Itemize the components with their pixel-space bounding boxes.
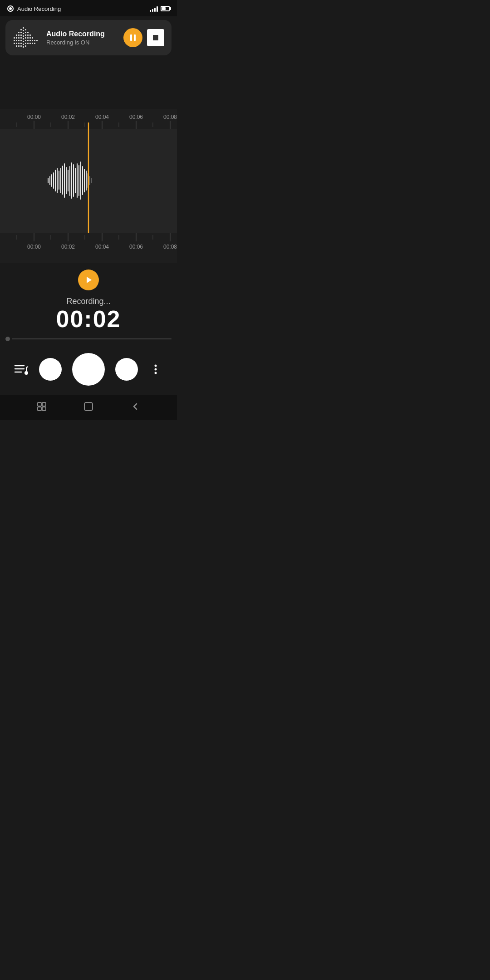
svg-rect-28 — [23, 46, 24, 48]
notification-text: Audio Recording Recording is ON — [46, 30, 117, 46]
svg-rect-130 — [38, 402, 41, 406]
status-bar-left: Audio Recording — [7, 5, 61, 12]
svg-rect-22 — [23, 30, 24, 31]
svg-text:00:04: 00:04 — [95, 114, 109, 120]
timeline-wrapper[interactable]: 00:00 00:02 00:04 00:06 00:08 — [0, 109, 177, 265]
bottom-controls — [0, 347, 177, 395]
svg-rect-83 — [69, 166, 70, 196]
svg-rect-87 — [77, 163, 78, 198]
svg-rect-38 — [27, 37, 29, 39]
svg-rect-14 — [20, 29, 22, 30]
notification-pause-button[interactable] — [123, 28, 142, 47]
notification-title: Audio Recording — [46, 30, 117, 38]
svg-text:00:02: 00:02 — [61, 114, 75, 120]
svg-rect-32 — [25, 37, 26, 39]
svg-rect-41 — [29, 34, 31, 36]
play-button[interactable] — [78, 270, 99, 290]
svg-rect-11 — [18, 40, 20, 41]
progress-row[interactable] — [0, 334, 177, 344]
app-name-status: Audio Recording — [17, 5, 61, 12]
svg-rect-1 — [14, 37, 15, 39]
svg-rect-49 — [34, 43, 35, 44]
svg-rect-80 — [64, 163, 65, 198]
svg-rect-15 — [20, 32, 22, 33]
svg-rect-78 — [60, 168, 61, 193]
notification-stop-button[interactable] — [147, 29, 164, 46]
recording-status: Recording... 00:02 — [0, 297, 177, 332]
svg-rect-46 — [32, 40, 33, 41]
recording-label: Recording... — [0, 297, 177, 306]
svg-line-118 — [26, 367, 28, 368]
svg-rect-0 — [14, 40, 15, 41]
svg-rect-43 — [29, 40, 31, 41]
svg-rect-26 — [23, 41, 24, 42]
svg-rect-9 — [18, 34, 20, 36]
nav-recent-apps-button[interactable] — [36, 401, 47, 412]
svg-rect-21 — [23, 27, 24, 29]
svg-rect-82 — [68, 170, 69, 191]
nav-home-button[interactable] — [83, 401, 94, 412]
status-bar: Audio Recording — [0, 0, 177, 16]
delete-button[interactable] — [39, 358, 62, 381]
record-indicator — [7, 5, 14, 12]
more-options-button[interactable] — [148, 362, 163, 377]
svg-rect-74 — [53, 172, 54, 189]
svg-rect-29 — [25, 29, 26, 30]
svg-rect-2 — [14, 43, 15, 44]
svg-rect-3 — [16, 37, 17, 39]
empty-space — [0, 59, 177, 109]
svg-rect-95 — [91, 178, 92, 183]
battery-icon — [161, 6, 170, 11]
svg-text:00:04: 00:04 — [95, 244, 109, 250]
svg-rect-44 — [29, 43, 31, 44]
main-stop-button[interactable] — [115, 358, 138, 381]
notification-card: Audio Recording Recording is ON — [5, 20, 172, 55]
svg-rect-40 — [27, 43, 29, 44]
svg-rect-73 — [51, 174, 52, 187]
svg-rect-86 — [75, 168, 76, 193]
svg-rect-72 — [49, 176, 50, 185]
svg-rect-133 — [42, 407, 46, 411]
notification-subtitle: Recording is ON — [46, 39, 117, 46]
svg-rect-27 — [23, 44, 24, 45]
svg-text:00:08: 00:08 — [163, 114, 177, 120]
svg-rect-85 — [73, 164, 74, 197]
svg-text:00:00: 00:00 — [27, 244, 41, 250]
svg-rect-16 — [20, 34, 22, 36]
svg-rect-31 — [25, 34, 26, 36]
svg-rect-88 — [78, 165, 79, 196]
timeline-svg: 00:00 00:02 00:04 00:06 00:08 — [0, 109, 177, 263]
svg-rect-132 — [38, 407, 41, 411]
notification-actions — [123, 28, 164, 47]
svg-rect-34 — [25, 43, 26, 44]
svg-rect-53 — [153, 35, 158, 40]
notification-waveform-icon — [13, 26, 40, 49]
svg-rect-8 — [18, 32, 20, 33]
svg-rect-52 — [134, 34, 136, 41]
svg-rect-17 — [20, 37, 22, 39]
svg-text:00:08: 00:08 — [163, 244, 177, 250]
svg-rect-25 — [23, 38, 24, 39]
svg-rect-81 — [66, 167, 67, 194]
svg-rect-89 — [80, 162, 81, 200]
main-pause-button[interactable] — [72, 353, 105, 386]
svg-rect-51 — [130, 34, 132, 41]
svg-rect-71 — [48, 178, 49, 183]
svg-rect-48 — [34, 40, 35, 41]
progress-dot — [5, 337, 10, 341]
svg-rect-37 — [27, 34, 29, 36]
svg-rect-77 — [59, 171, 59, 190]
progress-track[interactable] — [12, 338, 172, 339]
svg-text:00:06: 00:06 — [129, 244, 143, 250]
nav-bar — [0, 395, 177, 420]
playlist-button[interactable] — [14, 363, 29, 376]
svg-rect-76 — [57, 168, 58, 193]
svg-point-116 — [24, 371, 28, 375]
svg-rect-30 — [25, 32, 26, 33]
signal-icon — [150, 5, 158, 12]
nav-back-button[interactable] — [130, 401, 141, 412]
svg-rect-39 — [27, 40, 29, 41]
svg-marker-112 — [87, 277, 92, 283]
svg-rect-75 — [55, 170, 56, 191]
svg-rect-18 — [20, 40, 22, 41]
